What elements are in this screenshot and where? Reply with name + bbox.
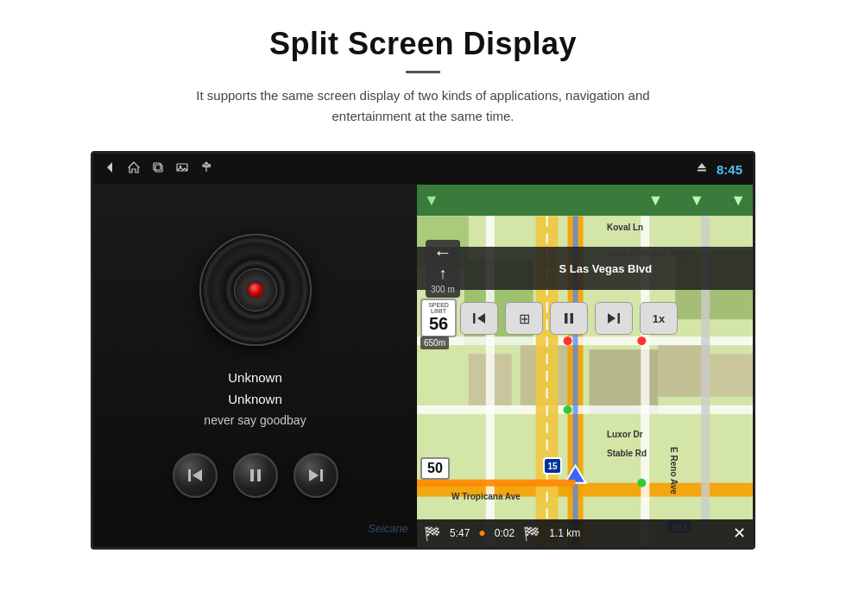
svg-marker-14 — [193, 469, 202, 481]
svg-rect-15 — [250, 469, 254, 481]
turn-left-arrow: ← — [433, 243, 452, 262]
road-label-tropicana: W Tropicana Ave — [451, 492, 521, 501]
nav-close-button[interactable]: ✕ — [733, 524, 746, 543]
nav-arrow-1: ▼ — [424, 192, 439, 210]
svg-rect-25 — [710, 354, 753, 397]
road-label-stable: Stable Rd — [607, 449, 647, 458]
svg-marker-18 — [309, 469, 319, 481]
nav-road-name: S Las Vegas Blvd — [467, 262, 744, 275]
nav-next-button[interactable] — [595, 302, 633, 335]
turn-right-arrow: ↑ — [439, 266, 446, 281]
nav-dot-icon: ● — [478, 526, 485, 540]
highway-15-shield: 15 — [543, 457, 562, 475]
nav-arrows-bar: ▼ ▼ ▼ ▼ — [417, 185, 753, 216]
speed-50-badge: 50 — [420, 457, 450, 480]
distance-650: 650m — [420, 336, 449, 349]
nav-panel: ▼ ▼ ▼ ▼ — [417, 185, 753, 547]
track-title: Unknown — [228, 370, 282, 385]
nav-time: 0:02 — [495, 527, 515, 539]
speed-limit-sign: SPEED LIMIT 56 — [420, 299, 457, 337]
music-panel: Unknown Unknown never say goodbay — [93, 185, 417, 547]
eject-icon[interactable] — [696, 161, 708, 177]
svg-rect-45 — [565, 313, 568, 324]
road-label-duke: Duke Ellington Way — [607, 248, 687, 258]
svg-rect-2 — [154, 163, 161, 170]
nav-prev-button[interactable] — [460, 302, 498, 335]
road-label-koval: Koval Ln — [607, 223, 643, 232]
road-label-luxor: Luxor Dr — [607, 430, 643, 439]
vinyl-center — [249, 283, 262, 297]
title-divider — [406, 71, 440, 73]
speed-limit-value: 56 — [424, 314, 453, 334]
play-pause-button[interactable] — [233, 453, 278, 498]
title-section: Split Screen Display It supports the sam… — [52, 26, 794, 127]
music-controls — [173, 453, 338, 498]
nav-instruction: ← ↑ 300 m S Las Vegas Blvd — [417, 247, 753, 290]
page-wrapper: Split Screen Display It supports the sam… — [0, 0, 846, 575]
vinyl-record — [199, 234, 312, 346]
svg-rect-16 — [257, 469, 261, 481]
svg-rect-3 — [155, 165, 162, 172]
back-arrow-icon[interactable] — [104, 161, 116, 177]
device-screen: 8:45 Unknown Unknown never say goodbay — [91, 151, 755, 550]
svg-point-40 — [637, 336, 646, 345]
nav-pause-button[interactable] — [550, 302, 588, 335]
status-time: 8:45 — [717, 162, 742, 177]
svg-marker-44 — [477, 313, 485, 324]
nav-arrow-4: ▼ — [730, 192, 746, 210]
svg-point-41 — [637, 479, 646, 487]
turn-icon: ← ↑ 300 m — [426, 240, 460, 298]
gallery-icon[interactable] — [176, 161, 188, 177]
nav-dist: 1.1 km — [549, 527, 580, 539]
svg-rect-12 — [698, 170, 706, 172]
track-name: never say goodbay — [204, 413, 306, 427]
end-flag-icon: 🏁 — [523, 525, 540, 542]
page-subtitle: It supports the same screen display of t… — [164, 85, 682, 127]
nav-grid-button[interactable]: ⊞ — [505, 302, 543, 335]
nav-eta: 5:47 — [450, 527, 470, 539]
recent-apps-icon[interactable] — [152, 161, 164, 177]
svg-marker-0 — [107, 162, 112, 173]
road-label-reno: E Reno Ave — [669, 447, 679, 494]
split-content: Unknown Unknown never say goodbay — [93, 185, 753, 547]
svg-marker-1 — [129, 162, 139, 173]
start-flag-icon: 🏁 — [424, 525, 441, 542]
svg-point-39 — [564, 405, 572, 414]
usb-icon[interactable] — [200, 161, 212, 177]
svg-rect-47 — [618, 313, 621, 324]
svg-marker-11 — [698, 163, 706, 168]
speed-limit-label: SPEED LIMIT — [424, 302, 453, 314]
status-bar: 8:45 — [93, 154, 753, 185]
page-title: Split Screen Display — [52, 26, 794, 62]
status-bar-left — [104, 161, 684, 177]
nav-arrow-2: ▼ — [648, 192, 664, 210]
next-track-button[interactable] — [294, 453, 338, 498]
nav-speed-button[interactable]: 1x — [640, 302, 678, 335]
nav-arrow-3: ▼ — [689, 192, 704, 210]
nav-map: ← ↑ 300 m S Las Vegas Blvd SPEED LIMIT 5… — [417, 216, 753, 547]
home-icon[interactable] — [128, 161, 140, 177]
watermark: Seicane — [368, 522, 408, 535]
svg-rect-43 — [473, 313, 476, 324]
svg-marker-48 — [608, 313, 616, 324]
track-artist: Unknown — [228, 392, 282, 406]
svg-rect-13 — [188, 469, 191, 481]
svg-rect-10 — [208, 165, 210, 167]
svg-rect-17 — [320, 469, 323, 481]
prev-track-button[interactable] — [173, 453, 218, 498]
svg-rect-46 — [571, 313, 574, 324]
turn-distance: 300 m — [431, 285, 455, 294]
status-bar-right: 8:45 — [696, 161, 742, 177]
svg-point-38 — [564, 336, 572, 345]
nav-bottom-bar: 🏁 5:47 ● 0:02 🏁 1.1 km ✕ — [417, 519, 753, 547]
nav-controls-bar: ⊞ 1x — [460, 302, 746, 335]
